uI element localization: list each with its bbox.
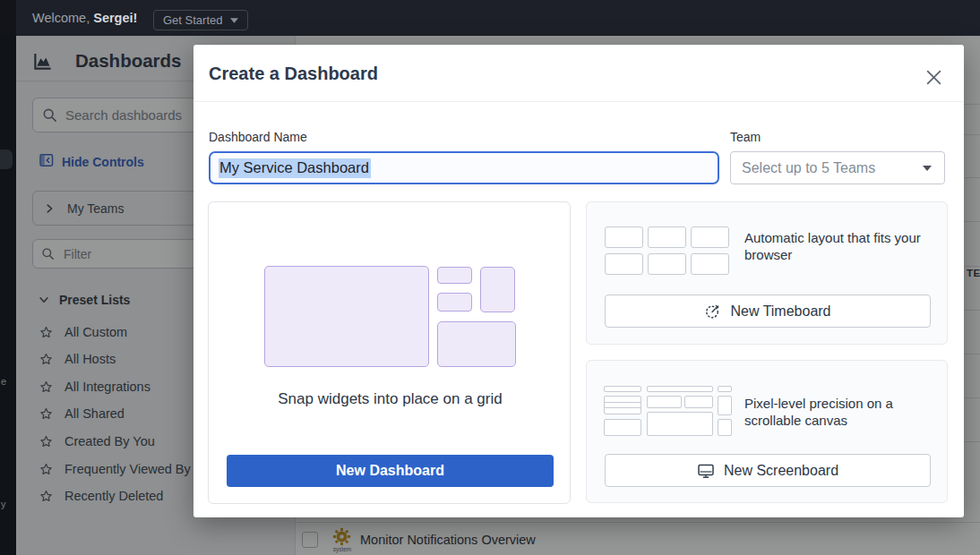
nav-rail-top: [0, 0, 16, 36]
welcome-text: Welcome, Sergei!: [32, 0, 137, 36]
screenboard-card: Pixel-level precision on a scrollable ca…: [586, 360, 948, 503]
create-dashboard-modal: Create a Dashboard Dashboard Name Team M…: [193, 45, 964, 517]
new-screenboard-label: New Screenboard: [724, 463, 838, 479]
dashboard-name-label: Dashboard Name: [209, 130, 307, 144]
widget-placeholder: [605, 226, 643, 248]
timeboard-card: Automatic layout that fits your browser …: [586, 201, 948, 345]
team-select-placeholder: Select up to 5 Teams: [742, 160, 875, 176]
widget-placeholder: [648, 226, 686, 248]
grid-layout-illustration: [264, 266, 516, 368]
chevron-down-icon: [230, 18, 238, 23]
widget-placeholder: [718, 386, 732, 392]
widget-placeholder: [437, 321, 516, 367]
widget-placeholder: [691, 253, 729, 275]
modal-title: Create a Dashboard: [209, 64, 378, 84]
monitor-icon: [697, 462, 715, 480]
auto-layout-illustration: [605, 226, 730, 278]
get-started-label: Get Started: [163, 13, 222, 27]
widget-placeholder: [604, 396, 641, 414]
widget-placeholder: [604, 386, 641, 392]
dashboard-name-input[interactable]: My Service Dashboard: [209, 151, 719, 184]
stopwatch-icon: [704, 303, 721, 320]
dashboard-name-value: My Service Dashboard: [219, 158, 371, 178]
new-dashboard-button[interactable]: New Dashboard: [227, 455, 554, 487]
app-window: Welcome, Sergei! Get Started e y Dashboa…: [0, 0, 980, 555]
welcome-username: Sergei!: [93, 11, 137, 25]
screenboard-caption: Pixel-level precision on a scrollable ca…: [744, 395, 928, 429]
widget-placeholder: [718, 396, 732, 415]
get-started-button[interactable]: Get Started: [153, 10, 248, 30]
widget-placeholder: [264, 266, 429, 367]
divider: [193, 101, 964, 102]
new-timeboard-label: New Timeboard: [730, 303, 830, 320]
widget-placeholder: [437, 267, 472, 284]
widget-placeholder: [605, 253, 643, 275]
widget-placeholder: [437, 293, 472, 312]
widget-placeholder: [647, 396, 682, 408]
top-bar: Welcome, Sergei! Get Started: [0, 0, 980, 36]
team-select[interactable]: Select up to 5 Teams: [730, 151, 945, 184]
widget-placeholder: [647, 412, 713, 436]
timeboard-caption: Automatic layout that fits your browser: [744, 229, 940, 263]
new-screenboard-button[interactable]: New Screenboard: [605, 454, 931, 487]
grid-dashboard-card: Snap widgets into place on a grid New Da…: [208, 201, 571, 504]
widget-placeholder: [480, 267, 515, 312]
new-timeboard-button[interactable]: New Timeboard: [605, 295, 931, 328]
team-label: Team: [730, 130, 761, 144]
widget-placeholder: [604, 419, 641, 436]
close-icon: [925, 69, 942, 86]
widget-placeholder: [718, 419, 732, 436]
free-layout-illustration: [604, 384, 732, 438]
widget-placeholder: [647, 386, 713, 392]
widget-placeholder: [648, 253, 686, 275]
welcome-prefix: Welcome,: [32, 11, 90, 25]
widget-placeholder: [684, 396, 713, 408]
caret-down-icon: [923, 166, 932, 171]
close-button[interactable]: [924, 67, 943, 87]
new-dashboard-label: New Dashboard: [336, 463, 444, 479]
widget-placeholder: [691, 226, 729, 248]
grid-card-caption: Snap widgets into place on a grid: [209, 390, 572, 408]
